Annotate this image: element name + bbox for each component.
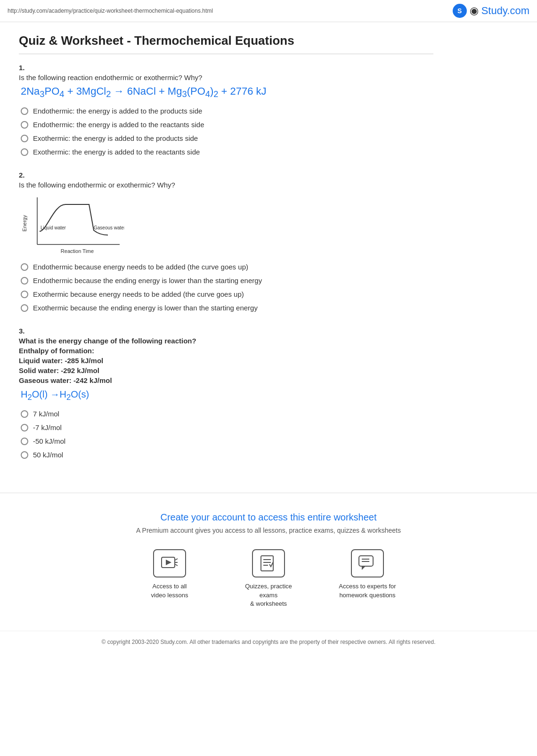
svg-line-8 xyxy=(175,559,178,560)
q2-option-3-text: Exothermic because energy needs to be ad… xyxy=(33,290,244,298)
video-icon xyxy=(161,557,178,570)
q1-option-1-text: Endothermic: the energy is added to the … xyxy=(33,107,202,115)
energy-diagram: Energy Reaction Time Liquid water Gaseou… xyxy=(21,193,433,255)
q2-option-1[interactable]: Endothermic because energy needs to be a… xyxy=(21,263,433,271)
q1-option-4-text: Exothermic: the energy is added to the r… xyxy=(33,148,200,156)
q3-gaseous-water: Gaseous water: -242 kJ/mol xyxy=(19,376,433,384)
q3-enthalpy-label: Enthalpy of formation: xyxy=(19,347,433,355)
q3-options: 7 kJ/mol -7 kJ/mol -50 kJ/mol 50 kJ/mol xyxy=(21,410,433,459)
q2-option-2[interactable]: Endothermic because the ending energy is… xyxy=(21,276,433,285)
svg-marker-7 xyxy=(166,560,171,565)
promo-subtitle: A Premium account gives you access to al… xyxy=(0,527,537,534)
logo-area: S ◉ Study.com xyxy=(453,4,529,18)
svg-line-9 xyxy=(175,564,178,566)
question-3-block: 3. What is the energy change of the foll… xyxy=(19,327,433,459)
footer-copyright: © copyright 2003-2020 Study.com. All oth… xyxy=(0,631,537,653)
radio-2-4[interactable] xyxy=(21,304,28,312)
radio-3-2[interactable] xyxy=(21,424,28,431)
radio-3-1[interactable] xyxy=(21,410,28,418)
q1-option-1[interactable]: Endothermic: the energy is added to the … xyxy=(21,107,433,115)
svg-text:Gaseous water: Gaseous water xyxy=(94,225,124,230)
q2-option-4-text: Exothermic because the ending energy is … xyxy=(33,304,258,312)
q3-option-3-text: -50 kJ/mol xyxy=(33,437,65,445)
q1-option-2[interactable]: Endothermic: the energy is added to the … xyxy=(21,121,433,129)
chat-icon xyxy=(358,555,377,572)
promo-item-experts: Access to experts forhomework questions xyxy=(337,549,398,608)
q2-number: 2. xyxy=(19,171,433,179)
promo-item-quizzes: Quizzes, practice exams& worksheets xyxy=(238,549,299,608)
promo-item-quizzes-text: Quizzes, practice exams& worksheets xyxy=(238,582,299,608)
q3-text: What is the energy change of the followi… xyxy=(19,337,433,345)
promo-item-video-text: Access to allvideo lessons xyxy=(151,582,188,599)
q2-option-4[interactable]: Exothermic because the ending energy is … xyxy=(21,304,433,312)
promo-icons: Access to allvideo lessons Quizzes, prac… xyxy=(0,549,537,608)
top-bar: http://study.com/academy/practice/quiz-w… xyxy=(0,0,537,22)
quizzes-icon-box xyxy=(252,549,285,577)
promo-item-experts-text: Access to experts forhomework questions xyxy=(339,582,396,599)
video-icon-box xyxy=(153,549,186,577)
q1-equation: 2Na3PO4 + 3MgCl2 → 6NaCl + Mg3(PO4)2 + 2… xyxy=(21,85,433,99)
q3-liquid-water: Liquid water: -285 kJ/mol xyxy=(19,357,433,365)
q2-option-1-text: Endothermic because energy needs to be a… xyxy=(33,263,248,271)
svg-marker-16 xyxy=(362,566,366,570)
svg-text:Liquid water: Liquid water xyxy=(41,225,66,230)
quizzes-icon xyxy=(260,555,277,572)
svg-text:Reaction Time: Reaction Time xyxy=(61,248,94,254)
radio-3-4[interactable] xyxy=(21,451,28,459)
q3-option-4[interactable]: 50 kJ/mol xyxy=(21,451,433,459)
radio-3-3[interactable] xyxy=(21,438,28,445)
q3-option-1-text: 7 kJ/mol xyxy=(33,410,59,418)
q3-option-1[interactable]: 7 kJ/mol xyxy=(21,410,433,418)
q3-option-4-text: 50 kJ/mol xyxy=(33,451,63,459)
experts-icon-box xyxy=(351,549,384,577)
q2-text: Is the following endothermic or exotherm… xyxy=(19,181,433,189)
energy-diagram-svg: Energy Reaction Time Liquid water Gaseou… xyxy=(21,193,124,254)
q3-solid-water: Solid water: -292 kJ/mol xyxy=(19,366,433,374)
q1-option-4[interactable]: Exothermic: the energy is added to the r… xyxy=(21,148,433,156)
q3-reaction: H2O(l) →H2O(s) xyxy=(21,389,433,402)
radio-2-1[interactable] xyxy=(21,263,28,271)
page-title: Quiz & Worksheet - Thermochemical Equati… xyxy=(19,33,433,54)
q2-options: Endothermic because energy needs to be a… xyxy=(21,263,433,312)
q3-number: 3. xyxy=(19,327,433,335)
promo-section: Create your account to access this entir… xyxy=(0,493,537,631)
radio-1-3[interactable] xyxy=(21,135,28,142)
radio-2-3[interactable] xyxy=(21,291,28,298)
radio-2-2[interactable] xyxy=(21,277,28,285)
q2-option-2-text: Endothermic because the ending energy is… xyxy=(33,276,262,285)
q1-text: Is the following reaction endothermic or… xyxy=(19,73,433,81)
q3-option-2-text: -7 kJ/mol xyxy=(33,423,62,431)
url-bar: http://study.com/academy/practice/quiz-w… xyxy=(8,8,213,14)
svg-rect-11 xyxy=(261,556,273,571)
q1-option-2-text: Endothermic: the energy is added to the … xyxy=(33,121,204,129)
svg-text:Energy: Energy xyxy=(22,215,27,231)
q3-option-3[interactable]: -50 kJ/mol xyxy=(21,437,433,445)
q2-option-3[interactable]: Exothermic because energy needs to be ad… xyxy=(21,290,433,298)
promo-item-video: Access to allvideo lessons xyxy=(139,549,200,608)
q1-option-3[interactable]: Exothermic: the energy is added to the p… xyxy=(21,134,433,142)
q1-option-3-text: Exothermic: the energy is added to the p… xyxy=(33,134,198,142)
promo-title: Create your account to access this entir… xyxy=(0,512,537,523)
radio-1-4[interactable] xyxy=(21,148,28,156)
radio-1-2[interactable] xyxy=(21,121,28,129)
question-2-block: 2. Is the following endothermic or exoth… xyxy=(19,171,433,312)
logo-text: ◉ Study.com xyxy=(470,5,529,17)
q3-option-2[interactable]: -7 kJ/mol xyxy=(21,423,433,431)
q1-number: 1. xyxy=(19,64,433,72)
main-content: Quiz & Worksheet - Thermochemical Equati… xyxy=(0,22,452,493)
logo-icon: S xyxy=(453,4,467,18)
question-1-block: 1. Is the following reaction endothermic… xyxy=(19,64,433,156)
q1-options: Endothermic: the energy is added to the … xyxy=(21,107,433,156)
radio-1-1[interactable] xyxy=(21,107,28,115)
